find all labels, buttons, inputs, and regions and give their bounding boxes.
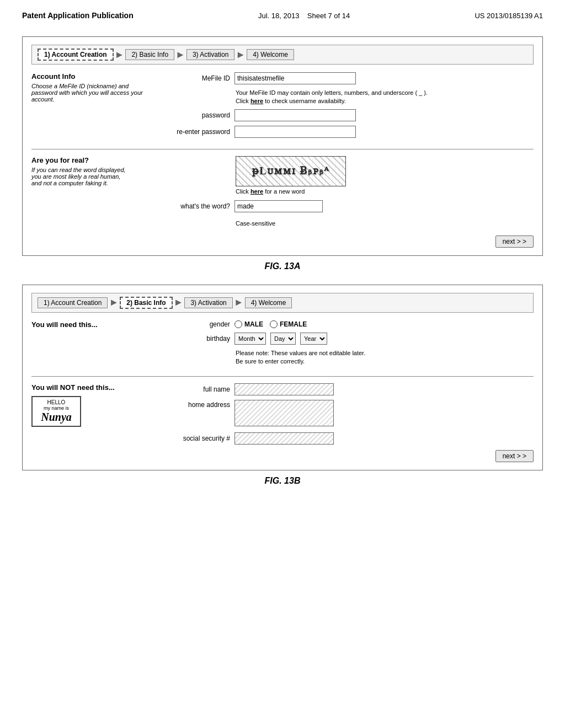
captcha-image: ᵽLᴜᴍᴍɪ Ƀᵦᴘᵦᴬ (236, 156, 346, 186)
mefile-id-row: MeFile ID (164, 72, 534, 84)
account-info-subdesc: Choose a MeFile ID (nickname) and passwo… (31, 83, 153, 103)
basic-info-needed-form: gender MALE FEMALE birthday Month (164, 320, 534, 370)
year-select[interactable]: Year (300, 333, 327, 345)
arrow-1: ► (115, 49, 125, 61)
password-label: password (164, 111, 230, 119)
next-btn-row-13b: next > > (164, 450, 534, 462)
pub-info: Jul. 18, 2013 Sheet 7 of 14 (258, 12, 350, 20)
gender-male-label: MALE (244, 320, 263, 328)
captcha-form: ᵽLᴜᴍᴍɪ Ƀᵦᴘᵦᴬ Click here for a new word w… (164, 156, 534, 248)
hello-card: HELLO my name is Nunya (31, 396, 81, 427)
full-name-crossed (234, 383, 334, 395)
arrow-b1: ► (109, 297, 119, 308)
gender-female-option[interactable]: FEMALE (270, 320, 307, 328)
reenter-password-row: re-enter password (164, 126, 534, 138)
password-input[interactable] (234, 109, 356, 121)
new-word-link[interactable]: here (250, 188, 263, 195)
basic-info-not-needed-section: You will NOT need this... HELLO my name … (31, 383, 534, 462)
arrow-2: ► (175, 49, 185, 61)
wizard-step-3[interactable]: 3) Activation (186, 49, 234, 60)
basic-info-needed-title: You will need this... (31, 320, 153, 329)
full-name-label: full name (164, 386, 230, 393)
wizard-step-b4[interactable]: 4) Welcome (245, 297, 292, 308)
month-select[interactable]: Month (234, 333, 266, 345)
check-username-link[interactable]: here (250, 98, 263, 104)
next-btn-row-13a: next > > (164, 235, 534, 248)
wizard-bar-13b: 1) Account Creation ► 2) Basic Info ► 3)… (31, 293, 534, 313)
account-info-form: MeFile ID Your MeFile ID may contain onl… (164, 72, 534, 142)
next-button-13a[interactable]: next > > (495, 235, 534, 248)
mefile-note: Your MeFile ID may contain only letters,… (236, 89, 534, 106)
account-info-title: Account Info (31, 72, 153, 81)
nunya-name: Nunya (35, 411, 78, 424)
basic-info-needed-section: You will need this... gender MALE FEMALE (31, 320, 534, 370)
captcha-subdesc: If you can read the word displayed, you … (31, 167, 153, 186)
fig13b-label: FIG. 13B (22, 476, 543, 486)
pub-number: US 2013/0185139 A1 (475, 12, 543, 20)
reenter-password-input[interactable] (234, 126, 356, 138)
captcha-desc: Are you for real? If you can read the wo… (31, 156, 153, 248)
captcha-answer-label: what's the word? (164, 202, 230, 210)
account-info-section: Account Info Choose a MeFile ID (nicknam… (31, 72, 534, 142)
social-security-row: social security # (164, 432, 534, 445)
birthday-row: birthday Month Day Year (164, 333, 534, 345)
wizard-bar-13a: 1) Account Creation ► 2) Basic Info ► 3)… (31, 45, 534, 65)
captcha-title: Are you for real? (31, 156, 153, 164)
basic-info-needed-desc: You will need this... (31, 320, 153, 370)
gender-female-label: FEMALE (280, 320, 307, 328)
gender-male-radio[interactable] (234, 320, 242, 328)
case-note: Case-sensitive (236, 220, 534, 227)
gender-radio-group: MALE FEMALE (234, 320, 307, 328)
home-address-input[interactable] (234, 400, 334, 426)
wizard-step-4[interactable]: 4) Welcome (247, 49, 294, 60)
birthday-note: Please note: These values are not editab… (236, 349, 534, 366)
wizard-step-2[interactable]: 2) Basic Info (125, 49, 174, 60)
my-name-text: my name is (35, 405, 78, 411)
birthday-label: birthday (164, 335, 230, 342)
full-name-row: full name (164, 383, 534, 395)
wizard-step-b1[interactable]: 1) Account Creation (38, 297, 108, 308)
wizard-step-1[interactable]: 1) Account Creation (38, 49, 114, 61)
home-address-label: home address (164, 401, 230, 409)
full-name-input[interactable] (234, 383, 334, 395)
mefile-id-label: MeFile ID (164, 74, 230, 82)
wizard-step-b3[interactable]: 3) Activation (184, 297, 232, 308)
social-security-label: social security # (164, 435, 230, 442)
fig13b-panel: 1) Account Creation ► 2) Basic Info ► 3)… (22, 285, 543, 470)
captcha-section: Are you for real? If you can read the wo… (31, 156, 534, 248)
account-info-desc: Account Info Choose a MeFile ID (nicknam… (31, 72, 153, 142)
gender-female-radio[interactable] (270, 320, 278, 328)
social-security-crossed (234, 432, 334, 445)
wizard-step-b2[interactable]: 2) Basic Info (120, 297, 172, 309)
day-select[interactable]: Day (270, 333, 296, 345)
mefile-id-input[interactable] (234, 72, 356, 84)
reenter-label: re-enter password (164, 128, 230, 136)
home-address-row: home address (164, 400, 534, 428)
basic-info-not-needed-title: You will NOT need this... (31, 383, 153, 392)
captcha-answer-row: what's the word? (164, 200, 534, 212)
gender-male-option[interactable]: MALE (234, 320, 263, 328)
pub-title: Patent Application Publication (22, 11, 134, 20)
gender-label: gender (164, 320, 230, 328)
home-address-crossed (234, 400, 334, 428)
gender-row: gender MALE FEMALE (164, 320, 534, 328)
fig13a-label: FIG. 13A (22, 261, 543, 271)
captcha-click-here-text: Click here for a new word (236, 188, 534, 195)
arrow-b3: ► (234, 297, 244, 308)
password-row: password (164, 109, 534, 121)
captcha-answer-input[interactable] (234, 200, 323, 212)
arrow-b2: ► (174, 297, 184, 308)
arrow-3: ► (236, 49, 246, 61)
page-header: Patent Application Publication Jul. 18, … (22, 11, 543, 20)
not-needed-form: full name home address social security # (164, 383, 534, 462)
basic-info-not-needed-desc: You will NOT need this... HELLO my name … (31, 383, 153, 462)
social-security-input[interactable] (234, 432, 334, 445)
fig13a-panel: 1) Account Creation ► 2) Basic Info ► 3)… (22, 36, 543, 256)
hello-text: HELLO (35, 399, 78, 405)
next-button-13b[interactable]: next > > (495, 450, 534, 462)
